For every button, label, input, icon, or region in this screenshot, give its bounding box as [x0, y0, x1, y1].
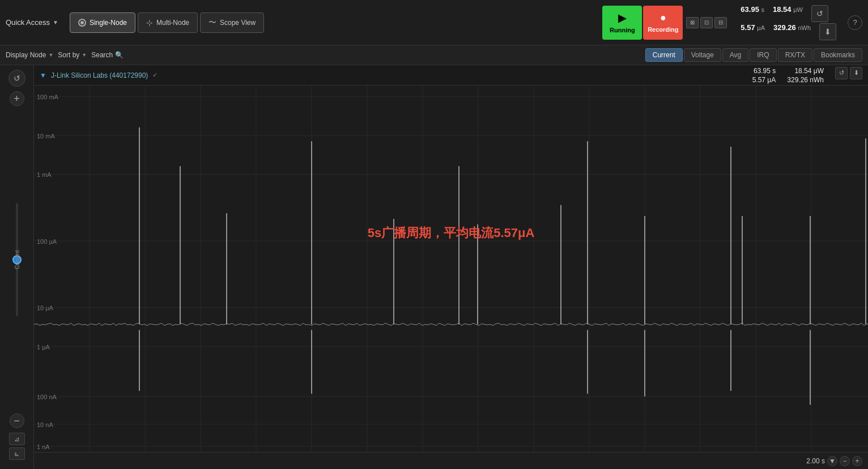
toolbar: Display Node ▼ Sort by ▼ Search 🔍 Curren… [0, 45, 868, 65]
single-node-button[interactable]: Single-Node [70, 12, 135, 33]
device-name: J-Link Silicon Labs (440172990) [51, 71, 148, 79]
search-item[interactable]: Search 🔍 [91, 51, 124, 59]
power-unit: μW [793, 6, 803, 13]
stats-panel: 63.95 s 18.54 μW ↺ 5.57 μA 329.26 nWh ⬇ [735, 5, 842, 40]
chart-energy-value: 329.26 nWh [787, 76, 824, 84]
stats-row-1: 63.95 s 18.54 μW ↺ [741, 5, 836, 22]
running-button[interactable]: ▶ Running [602, 6, 642, 40]
multi-node-label: Multi-Node [156, 19, 189, 27]
run-record-group: ▶ Running ● Recording ⊠ ⊡ ⊟ [602, 6, 729, 40]
bottom-bar: 2.00 s ▼ − + [34, 452, 868, 469]
sub-icon-2[interactable]: ⊡ [700, 17, 713, 28]
quick-access-dropdown[interactable]: Quick Access ▼ [6, 18, 58, 27]
scope-view-button[interactable]: 〜 Scope View [200, 12, 264, 33]
quick-access-arrow-icon: ▼ [53, 19, 58, 26]
power-value: 18.54 [773, 5, 792, 14]
search-icon: 🔍 [115, 51, 124, 59]
chart-header: ▼ J-Link Silicon Labs (440172990) ✓ 63.9… [34, 65, 868, 86]
device-arrow-icon: ▼ [40, 71, 46, 79]
bottom-icons-group: ⊿ ⊾ [9, 433, 25, 464]
svg-text:10 μA: 10 μA [37, 305, 54, 312]
single-node-label: Single-Node [90, 19, 127, 27]
history-button[interactable]: ↺ [811, 5, 828, 22]
search-label: Search [91, 51, 113, 59]
chart-time-value: 63.95 s [754, 67, 776, 75]
tab-irq[interactable]: IRQ [750, 48, 776, 62]
zoom-minus-button[interactable]: − [10, 413, 24, 428]
svg-text:1 mA: 1 mA [37, 172, 52, 179]
mode-buttons-group: Single-Node ⊹ Multi-Node 〜 Scope View [70, 12, 264, 33]
chart-mode-1-button[interactable]: ⊿ [9, 433, 25, 445]
quick-access-label: Quick Access [6, 18, 50, 27]
svg-text:10 mA: 10 mA [37, 133, 56, 140]
recording-label: Recording [648, 26, 678, 33]
tab-bookmarks[interactable]: Bookmarks [814, 48, 862, 62]
download-button[interactable]: ⬇ [819, 23, 836, 40]
zoom-plus-button[interactable]: + [10, 91, 24, 106]
chart-svg-container: 100 mA 10 mA 1 mA 100 μA 10 μA 1 μA 100 … [34, 86, 868, 452]
running-label: Running [610, 27, 635, 33]
current-unit: μA [757, 24, 765, 31]
time-value: 63.95 [741, 5, 759, 14]
sub-icon-row-1: ⊠ ⊡ ⊟ [686, 17, 727, 28]
recording-button[interactable]: ● Recording [643, 6, 683, 40]
chart-reset-button[interactable]: ↺ [835, 67, 848, 79]
tab-group: Current Voltage Avg IRQ RX/TX Bookmarks [645, 48, 862, 62]
svg-text:100 mA: 100 mA [37, 94, 59, 101]
zoom-minus-btn[interactable]: − [840, 456, 850, 466]
zoom-plus-btn[interactable]: + [852, 456, 862, 466]
help-button[interactable]: ? [848, 15, 862, 30]
energy-stat: 329.26 nWh [773, 23, 811, 40]
current-value: 5.57 [741, 23, 755, 32]
sub-icons-group: ⊠ ⊡ ⊟ [684, 6, 729, 40]
main-content: ↺ + Current − ⊿ ⊾ ▼ J-Link Silicon Labs … [0, 65, 868, 469]
display-node-dropdown[interactable]: Display Node ▼ [6, 51, 53, 59]
svg-text:1 nA: 1 nA [37, 443, 50, 450]
chart-mode-2-button[interactable]: ⊾ [9, 447, 25, 460]
chart-stats: 63.95 s 5.57 μA 18.54 μW 329.26 nWh ↺ ⬇ [752, 67, 862, 84]
time-stat: 63.95 s [741, 5, 764, 22]
time-unit: s [761, 6, 765, 13]
svg-text:100 nA: 100 nA [37, 394, 57, 400]
chart-icons: ↺ ⬇ [835, 67, 862, 84]
chart-area: ▼ J-Link Silicon Labs (440172990) ✓ 63.9… [34, 65, 868, 469]
zoom-value: 2.00 s [806, 457, 825, 465]
tab-voltage[interactable]: Voltage [684, 48, 721, 62]
chart-stat-col-1: 63.95 s 5.57 μA [752, 67, 776, 84]
sort-by-label: Sort by [58, 51, 79, 59]
power-stat: 18.54 μW [773, 5, 803, 22]
y-axis-label: Current [14, 250, 20, 269]
chart-power-value: 18.54 μW [794, 67, 824, 75]
scope-icon: 〜 [209, 18, 216, 28]
top-bar: Quick Access ▼ Single-Node ⊹ Multi-Node … [0, 0, 868, 45]
zoom-down-button[interactable]: ▼ [827, 456, 837, 466]
scope-view-label: Scope View [220, 19, 256, 27]
svg-text:1 μA: 1 μA [37, 344, 50, 350]
device-info: ▼ J-Link Silicon Labs (440172990) ✓ [40, 71, 158, 79]
sub-icon-1[interactable]: ⊠ [686, 17, 699, 28]
stats-row-2: 5.57 μA 329.26 nWh ⬇ [741, 23, 836, 40]
chart-stat-col-2: 18.54 μW 329.26 nWh [787, 67, 824, 84]
chart-download-button[interactable]: ⬇ [850, 67, 862, 79]
sub-icon-3[interactable]: ⊟ [714, 17, 727, 28]
current-stat: 5.57 μA [741, 23, 765, 40]
energy-value: 329.26 [773, 23, 796, 32]
tab-avg[interactable]: Avg [722, 48, 748, 62]
sort-by-dropdown[interactable]: Sort by ▼ [58, 51, 87, 59]
multi-node-button[interactable]: ⊹ Multi-Node [138, 12, 198, 33]
svg-text:100 μA: 100 μA [37, 238, 57, 245]
slider-area: Current [16, 111, 18, 409]
tab-current[interactable]: Current [645, 48, 683, 62]
chart-current-value: 5.57 μA [752, 76, 776, 84]
display-node-label: Display Node [6, 51, 46, 59]
chart-svg: 100 mA 10 mA 1 mA 100 μA 10 μA 1 μA 100 … [34, 86, 868, 452]
zoom-control: 2.00 s ▼ − + [806, 456, 862, 466]
svg-text:10 nA: 10 nA [37, 421, 53, 428]
undo-button[interactable]: ↺ [8, 70, 25, 87]
play-icon: ▶ [618, 12, 626, 24]
left-panel: ↺ + Current − ⊿ ⊾ [0, 65, 34, 469]
tab-rxtx[interactable]: RX/TX [778, 48, 812, 62]
radio-icon [78, 19, 86, 27]
multi-node-icon: ⊹ [146, 18, 153, 27]
device-check-icon: ✓ [152, 71, 158, 79]
